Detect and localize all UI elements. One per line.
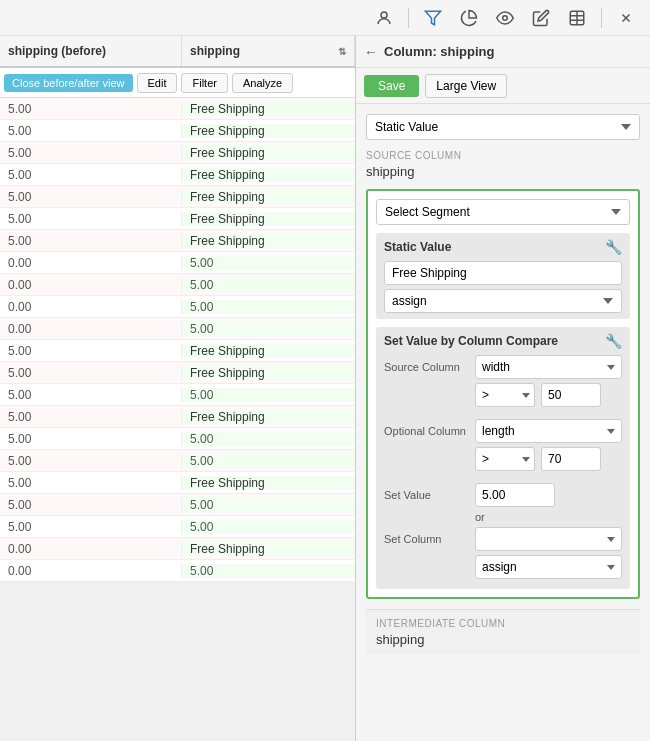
- table-row: 5.005.00: [0, 428, 355, 450]
- table-row: 5.00Free Shipping: [0, 186, 355, 208]
- operator2-select[interactable]: >: [475, 447, 535, 471]
- source-col-field-select[interactable]: width: [475, 355, 622, 379]
- pencil-icon[interactable]: [525, 2, 557, 34]
- table-row: 5.00Free Shipping: [0, 406, 355, 428]
- static-value-wrench-icon[interactable]: 🔧: [605, 239, 622, 255]
- pie-chart-icon[interactable]: [453, 2, 485, 34]
- cell-shipping: Free Shipping: [182, 542, 355, 556]
- static-value-block: Static Value 🔧 assign: [376, 233, 630, 319]
- close-before-after-button[interactable]: Close before/after view: [4, 74, 133, 92]
- or-row: or: [384, 511, 622, 523]
- static-value-input[interactable]: [384, 261, 622, 285]
- spacer2: [384, 475, 622, 483]
- cell-shipping: Free Shipping: [182, 234, 355, 248]
- table-row: 0.005.00: [0, 274, 355, 296]
- segment-box: Select Segment Static Value 🔧 assign: [366, 189, 640, 599]
- source-column-value: shipping: [366, 164, 640, 179]
- cell-shipping: Free Shipping: [182, 212, 355, 226]
- cell-before: 5.00: [0, 344, 182, 358]
- table-icon[interactable]: [561, 2, 593, 34]
- sort-icon[interactable]: ⇅: [338, 46, 346, 57]
- cell-shipping: 5.00: [182, 278, 355, 292]
- operator2-row: >: [384, 447, 622, 471]
- table-row: 0.005.00: [0, 560, 355, 582]
- optional-column-row: Optional Column length: [384, 419, 622, 443]
- save-button[interactable]: Save: [364, 75, 419, 97]
- set-column-select[interactable]: [475, 527, 622, 551]
- intermediate-column-label: INTERMEDIATE COLUMN: [376, 618, 630, 629]
- table-row: 5.005.00: [0, 516, 355, 538]
- close-icon[interactable]: [610, 2, 642, 34]
- right-content: Static Value SOURCE COLUMN shipping Sele…: [356, 104, 650, 665]
- eye-icon[interactable]: [489, 2, 521, 34]
- cell-before: 5.00: [0, 366, 182, 380]
- select-segment-dropdown[interactable]: Select Segment: [376, 199, 630, 225]
- user-icon[interactable]: [368, 2, 400, 34]
- set-column-action-row: assign: [384, 555, 622, 579]
- table-row: 5.00Free Shipping: [0, 208, 355, 230]
- compare-value2-input[interactable]: [541, 447, 601, 471]
- cell-before: 5.00: [0, 476, 182, 490]
- source-col-field-label: Source Column: [384, 361, 469, 373]
- table-panel: shipping (before) shipping ⇅ Close befor…: [0, 36, 356, 741]
- cell-shipping: 5.00: [182, 300, 355, 314]
- compare-block-header: Set Value by Column Compare 🔧: [384, 333, 622, 349]
- table-row: 5.00Free Shipping: [0, 142, 355, 164]
- cell-shipping: Free Shipping: [182, 366, 355, 380]
- cell-shipping: Free Shipping: [182, 344, 355, 358]
- set-value-compare-block: Set Value by Column Compare 🔧 Source Col…: [376, 327, 630, 589]
- analyze-button[interactable]: Analyze: [232, 73, 293, 93]
- cell-before: 0.00: [0, 278, 182, 292]
- table-row: 0.005.00: [0, 296, 355, 318]
- cell-before: 5.00: [0, 190, 182, 204]
- col-header-shipping: shipping ⇅: [182, 36, 355, 66]
- compare-block-title: Set Value by Column Compare: [384, 334, 558, 348]
- toolbar-separator-2: [601, 8, 602, 28]
- table-row: 5.00Free Shipping: [0, 472, 355, 494]
- table-row: 5.005.00: [0, 494, 355, 516]
- cell-shipping: 5.00: [182, 256, 355, 270]
- large-view-button[interactable]: Large View: [425, 74, 507, 98]
- table-row: 0.00Free Shipping: [0, 538, 355, 560]
- cell-before: 5.00: [0, 168, 182, 182]
- filter-icon[interactable]: [417, 2, 449, 34]
- cell-shipping: Free Shipping: [182, 190, 355, 204]
- cell-before: 5.00: [0, 102, 182, 116]
- action-bar: Close before/after view Edit Filter Anal…: [0, 68, 355, 98]
- intermediate-column-value: shipping: [376, 632, 630, 647]
- table-row: 0.005.00: [0, 252, 355, 274]
- cell-shipping: Free Shipping: [182, 102, 355, 116]
- table-row: 0.005.00: [0, 318, 355, 340]
- col-shipping-label: shipping: [190, 44, 240, 58]
- table-row: 5.005.00: [0, 384, 355, 406]
- transform-type-select[interactable]: Static Value: [366, 114, 640, 140]
- cell-shipping: Free Shipping: [182, 146, 355, 160]
- set-value-input[interactable]: [475, 483, 555, 507]
- compare-value1-input[interactable]: [541, 383, 601, 407]
- compare-wrench-icon[interactable]: 🔧: [605, 333, 622, 349]
- cell-before: 5.00: [0, 432, 182, 446]
- right-panel: ← Column: shipping Save Large View Stati…: [356, 36, 650, 741]
- cell-shipping: 5.00: [182, 564, 355, 578]
- cell-shipping: 5.00: [182, 520, 355, 534]
- intermediate-column-section: INTERMEDIATE COLUMN shipping: [366, 609, 640, 655]
- set-column-row: Set Column: [384, 527, 622, 551]
- or-text: or: [475, 511, 485, 523]
- edit-button[interactable]: Edit: [137, 73, 178, 93]
- static-value-title: Static Value: [384, 240, 451, 254]
- cell-before: 0.00: [0, 564, 182, 578]
- filter-button[interactable]: Filter: [181, 73, 227, 93]
- table-row: 5.00Free Shipping: [0, 98, 355, 120]
- operator1-select[interactable]: >: [475, 383, 535, 407]
- optional-col-select[interactable]: length: [475, 419, 622, 443]
- cell-shipping: 5.00: [182, 388, 355, 402]
- set-value-label: Set Value: [384, 489, 469, 501]
- set-column-action-select[interactable]: assign: [475, 555, 622, 579]
- back-arrow-icon[interactable]: ←: [364, 44, 378, 60]
- source-column-row: Source Column width: [384, 355, 622, 379]
- operator1-row: >: [384, 383, 622, 407]
- right-toolbar: Save Large View: [356, 68, 650, 104]
- cell-shipping: Free Shipping: [182, 476, 355, 490]
- static-value-action-select[interactable]: assign: [384, 289, 622, 313]
- table-row: 5.005.00: [0, 450, 355, 472]
